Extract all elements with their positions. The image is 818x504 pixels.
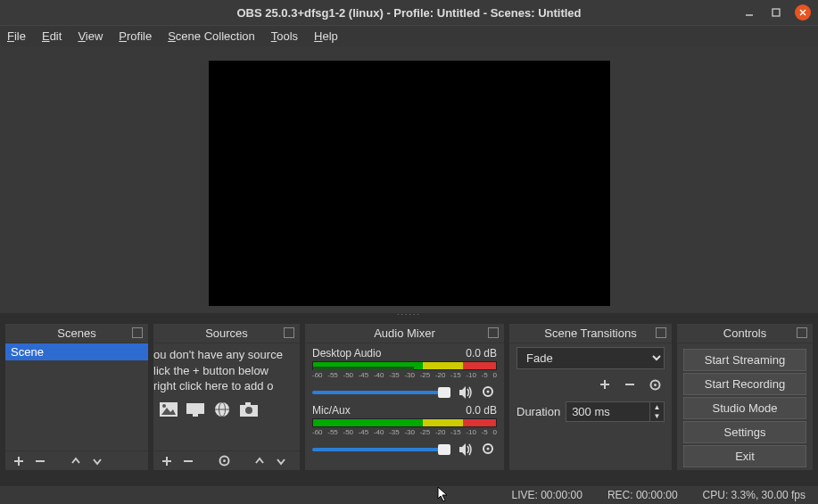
- svg-point-33: [654, 384, 657, 386]
- controls-panel: Controls Start Streaming Start Recording…: [677, 324, 813, 470]
- scenes-panel: Scenes Scene: [5, 324, 148, 470]
- channel-db: 0.0 dB: [466, 404, 497, 417]
- source-settings-button[interactable]: [216, 453, 232, 469]
- vu-meter: [312, 418, 497, 427]
- menu-file[interactable]: File: [7, 29, 26, 43]
- popout-icon[interactable]: [488, 327, 499, 338]
- popout-icon[interactable]: [656, 327, 666, 338]
- sources-title: Sources: [205, 326, 248, 340]
- scene-item[interactable]: Scene: [5, 343, 148, 360]
- status-live: LIVE: 00:00:00: [511, 489, 582, 501]
- svg-point-28: [487, 448, 490, 450]
- channel-db: 0.0 dB: [466, 347, 497, 359]
- volume-slider[interactable]: [312, 448, 450, 451]
- sources-hint: ou don't have any source lick the + butt…: [153, 343, 300, 398]
- channel-settings-icon[interactable]: [481, 442, 497, 458]
- menu-view[interactable]: View: [78, 29, 103, 43]
- transition-select[interactable]: Fade: [516, 347, 665, 369]
- sources-list[interactable]: ou don't have any source lick the + butt…: [153, 343, 300, 450]
- start-recording-button[interactable]: Start Recording: [683, 373, 806, 395]
- controls-title: Controls: [723, 326, 766, 340]
- svg-rect-10: [186, 403, 204, 414]
- titlebar: OBS 25.0.3+dfsg1-2 (linux) - Profile: Un…: [0, 0, 818, 25]
- transitions-panel: Scene Transitions Fade Duration ▲▼: [509, 324, 672, 470]
- svg-rect-11: [193, 414, 198, 417]
- audio-channel: Mic/Aux0.0 dB -60-55-50-45-40-35-30-25-2…: [305, 401, 504, 458]
- popout-icon[interactable]: [284, 327, 294, 338]
- display-source-icon: [184, 400, 207, 419]
- source-down-button[interactable]: [273, 453, 289, 469]
- transition-remove-button[interactable]: [622, 376, 638, 392]
- svg-rect-1: [773, 9, 780, 16]
- duration-input[interactable]: [566, 401, 650, 422]
- camera-source-icon: [237, 400, 260, 419]
- meter-ticks: -60-55-50-45-40-35-30-25-20-15-10-50: [312, 371, 497, 379]
- svg-point-9: [162, 404, 166, 408]
- status-cpu: CPU: 3.3%, 30.00 fps: [703, 489, 806, 501]
- audio-mixer-panel: Audio Mixer Desktop Audio0.0 dB -60-55-5…: [305, 324, 504, 470]
- menu-tools[interactable]: Tools: [271, 29, 298, 43]
- speaker-icon[interactable]: [458, 384, 474, 401]
- window-title: OBS 25.0.3+dfsg1-2 (linux) - Profile: Un…: [236, 6, 581, 20]
- svg-marker-26: [459, 443, 466, 456]
- preview-area: [0, 46, 818, 313]
- svg-point-22: [223, 459, 226, 462]
- source-add-button[interactable]: [159, 453, 175, 469]
- channel-settings-icon[interactable]: [481, 384, 497, 401]
- transition-add-button[interactable]: [597, 376, 613, 392]
- mouse-cursor-icon: [437, 486, 450, 502]
- volume-slider[interactable]: [312, 391, 450, 394]
- mixer-title: Audio Mixer: [374, 326, 435, 340]
- image-source-icon: [157, 400, 180, 419]
- speaker-icon[interactable]: [458, 442, 474, 458]
- duration-spinner[interactable]: ▲▼: [650, 401, 665, 422]
- svg-marker-23: [459, 386, 466, 399]
- scene-down-button[interactable]: [89, 453, 105, 469]
- window-minimize-button[interactable]: [741, 4, 757, 21]
- menubar: File Edit View Profile Scene Collection …: [0, 25, 818, 46]
- window-maximize-button[interactable]: [768, 4, 784, 21]
- start-streaming-button[interactable]: Start Streaming: [683, 349, 806, 371]
- svg-rect-16: [245, 402, 251, 406]
- source-remove-button[interactable]: [180, 453, 196, 469]
- channel-name: Mic/Aux: [312, 404, 351, 417]
- status-rec: REC: 00:00:00: [607, 489, 678, 501]
- statusbar: LIVE: 00:00:00 REC: 00:00:00 CPU: 3.3%, …: [0, 486, 818, 504]
- transition-settings-button[interactable]: [647, 376, 663, 392]
- meter-ticks: -60-55-50-45-40-35-30-25-20-15-10-50: [312, 428, 497, 436]
- studio-mode-button[interactable]: Studio Mode: [683, 397, 806, 419]
- scene-add-button[interactable]: [11, 453, 27, 469]
- menu-edit[interactable]: Edit: [42, 29, 62, 43]
- duration-label: Duration: [516, 405, 560, 418]
- scenes-title: Scenes: [57, 326, 95, 340]
- preview-canvas[interactable]: [209, 61, 610, 306]
- menu-help[interactable]: Help: [314, 29, 338, 43]
- panel-resize-grip[interactable]: ......: [397, 308, 421, 317]
- transitions-title: Scene Transitions: [544, 326, 636, 340]
- source-up-button[interactable]: [252, 453, 268, 469]
- svg-marker-34: [438, 487, 447, 501]
- window-close-button[interactable]: [795, 4, 811, 21]
- settings-button[interactable]: Settings: [683, 421, 806, 443]
- popout-icon[interactable]: [132, 327, 143, 338]
- menu-scene-collection[interactable]: Scene Collection: [168, 29, 255, 43]
- sources-panel: Sources ou don't have any source lick th…: [153, 324, 300, 470]
- vu-meter: [312, 361, 497, 370]
- audio-channel: Desktop Audio0.0 dB -60-55-50-45-40-35-3…: [305, 343, 504, 401]
- scene-up-button[interactable]: [68, 453, 84, 469]
- browser-source-icon: [211, 400, 234, 419]
- exit-button[interactable]: Exit: [683, 445, 806, 467]
- menu-profile[interactable]: Profile: [119, 29, 152, 43]
- svg-point-17: [245, 407, 252, 414]
- channel-name: Desktop Audio: [312, 347, 381, 359]
- popout-icon[interactable]: [797, 327, 807, 338]
- svg-point-25: [487, 391, 490, 393]
- scene-remove-button[interactable]: [32, 453, 48, 469]
